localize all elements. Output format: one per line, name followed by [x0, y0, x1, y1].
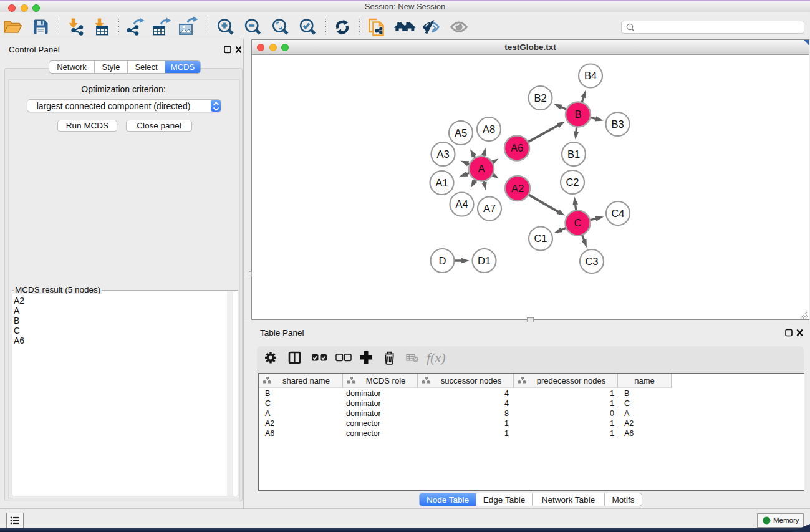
- svg-text:C: C: [574, 217, 582, 228]
- svg-text:D: D: [439, 255, 446, 266]
- svg-text:A6: A6: [511, 142, 523, 153]
- svg-text:B1: B1: [567, 148, 580, 160]
- svg-text:C3: C3: [585, 256, 598, 267]
- svg-text:C1: C1: [534, 233, 547, 244]
- svg-text:B: B: [574, 109, 581, 120]
- svg-text:A1: A1: [435, 177, 448, 188]
- svg-text:C4: C4: [611, 208, 624, 219]
- svg-text:A2: A2: [511, 183, 524, 194]
- svg-text:A7: A7: [483, 203, 496, 214]
- svg-text:A4: A4: [455, 198, 468, 210]
- svg-text:C2: C2: [566, 177, 579, 188]
- svg-text:f(x): f(x): [427, 350, 446, 365]
- svg-text:A5: A5: [455, 127, 467, 138]
- svg-text:A8: A8: [483, 123, 495, 135]
- svg-text:D1: D1: [478, 255, 491, 266]
- svg-text:B4: B4: [584, 70, 597, 81]
- svg-text:A: A: [478, 163, 485, 174]
- svg-text:B3: B3: [611, 118, 624, 130]
- svg-text:A3: A3: [436, 148, 449, 160]
- svg-text:B2: B2: [534, 92, 546, 104]
